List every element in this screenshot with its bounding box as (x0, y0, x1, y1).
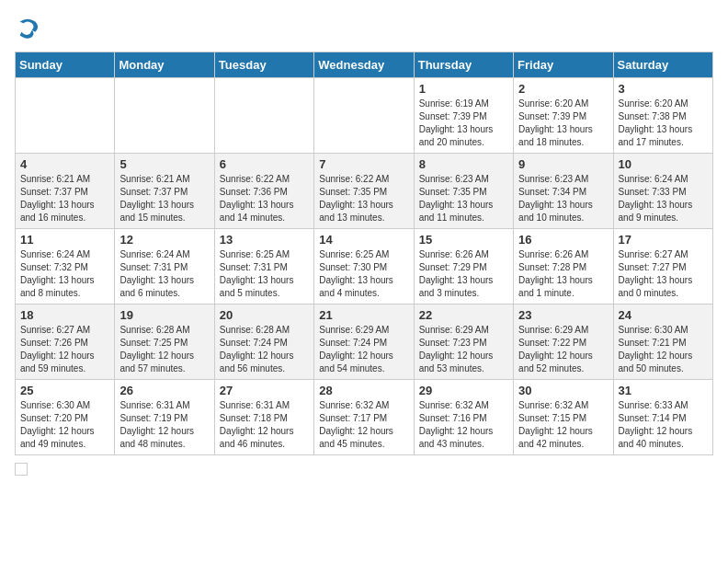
calendar-cell: 2Sunrise: 6:20 AM Sunset: 7:39 PM Daylig… (514, 78, 613, 154)
day-number: 26 (119, 384, 209, 397)
day-number: 31 (619, 384, 708, 397)
day-number: 10 (619, 157, 708, 171)
header-friday: Friday (514, 52, 613, 78)
calendar-cell: 3Sunrise: 6:20 AM Sunset: 7:38 PM Daylig… (613, 78, 712, 154)
day-info: Sunrise: 6:24 AM Sunset: 7:33 PM Dayligh… (619, 173, 708, 224)
day-info: Sunrise: 6:24 AM Sunset: 7:31 PM Dayligh… (119, 248, 209, 300)
day-number: 14 (319, 233, 408, 247)
calendar-cell: 6Sunrise: 6:22 AM Sunset: 7:36 PM Daylig… (214, 154, 313, 229)
header-thursday: Thursday (414, 52, 513, 78)
day-info: Sunrise: 6:19 AM Sunset: 7:39 PM Dayligh… (419, 98, 508, 149)
calendar-cell: 23Sunrise: 6:29 AM Sunset: 7:22 PM Dayli… (514, 304, 613, 380)
calendar-week-3: 18Sunrise: 6:27 AM Sunset: 7:26 PM Dayli… (16, 304, 713, 380)
day-number: 6 (220, 157, 309, 171)
calendar-cell: 19Sunrise: 6:28 AM Sunset: 7:25 PM Dayli… (115, 304, 214, 380)
calendar-cell: 4Sunrise: 6:21 AM Sunset: 7:37 PM Daylig… (16, 154, 115, 229)
day-number: 5 (119, 157, 209, 171)
calendar-cell: 20Sunrise: 6:28 AM Sunset: 7:24 PM Dayli… (214, 304, 313, 380)
day-number: 15 (419, 233, 508, 247)
day-info: Sunrise: 6:29 AM Sunset: 7:22 PM Dayligh… (518, 324, 608, 375)
calendar-cell: 11Sunrise: 6:24 AM Sunset: 7:32 PM Dayli… (16, 229, 115, 304)
day-number: 21 (319, 308, 408, 322)
calendar-cell (16, 78, 115, 154)
day-info: Sunrise: 6:25 AM Sunset: 7:31 PM Dayligh… (220, 248, 309, 300)
day-number: 17 (619, 233, 708, 247)
calendar-header-row: Sunday Monday Tuesday Wednesday Thursday… (16, 52, 713, 78)
header-tuesday: Tuesday (214, 52, 313, 78)
day-info: Sunrise: 6:28 AM Sunset: 7:25 PM Dayligh… (119, 324, 209, 375)
header-wednesday: Wednesday (314, 52, 414, 78)
day-number: 25 (20, 384, 109, 397)
day-info: Sunrise: 6:32 AM Sunset: 7:17 PM Dayligh… (319, 399, 408, 451)
calendar-table: Sunday Monday Tuesday Wednesday Thursday… (15, 52, 713, 455)
calendar-cell: 27Sunrise: 6:31 AM Sunset: 7:18 PM Dayli… (214, 380, 313, 455)
day-number: 1 (419, 82, 508, 96)
day-number: 30 (518, 384, 608, 397)
day-info: Sunrise: 6:24 AM Sunset: 7:32 PM Dayligh… (20, 248, 109, 300)
day-info: Sunrise: 6:23 AM Sunset: 7:34 PM Dayligh… (518, 173, 608, 224)
day-number: 19 (119, 308, 209, 322)
day-number: 24 (619, 308, 708, 322)
calendar-week-4: 25Sunrise: 6:30 AM Sunset: 7:20 PM Dayli… (16, 380, 713, 455)
day-info: Sunrise: 6:27 AM Sunset: 7:27 PM Dayligh… (619, 248, 708, 300)
calendar-cell: 26Sunrise: 6:31 AM Sunset: 7:19 PM Dayli… (115, 380, 214, 455)
day-info: Sunrise: 6:21 AM Sunset: 7:37 PM Dayligh… (20, 173, 109, 224)
calendar-cell: 18Sunrise: 6:27 AM Sunset: 7:26 PM Dayli… (16, 304, 115, 380)
calendar-cell: 13Sunrise: 6:25 AM Sunset: 7:31 PM Dayli… (214, 229, 313, 304)
footer-box (15, 463, 28, 476)
day-number: 9 (518, 157, 608, 171)
calendar-cell: 30Sunrise: 6:32 AM Sunset: 7:15 PM Dayli… (514, 380, 613, 455)
day-info: Sunrise: 6:23 AM Sunset: 7:35 PM Dayligh… (419, 173, 508, 224)
page-header (15, 15, 713, 40)
day-info: Sunrise: 6:30 AM Sunset: 7:20 PM Dayligh… (20, 399, 109, 451)
calendar-cell: 24Sunrise: 6:30 AM Sunset: 7:21 PM Dayli… (613, 304, 712, 380)
day-info: Sunrise: 6:29 AM Sunset: 7:23 PM Dayligh… (419, 324, 508, 375)
calendar-week-2: 11Sunrise: 6:24 AM Sunset: 7:32 PM Dayli… (16, 229, 713, 304)
calendar-cell: 16Sunrise: 6:26 AM Sunset: 7:28 PM Dayli… (514, 229, 613, 304)
logo (15, 15, 44, 40)
day-info: Sunrise: 6:20 AM Sunset: 7:38 PM Dayligh… (619, 98, 708, 149)
day-info: Sunrise: 6:31 AM Sunset: 7:18 PM Dayligh… (220, 399, 309, 451)
calendar-cell: 21Sunrise: 6:29 AM Sunset: 7:24 PM Dayli… (314, 304, 414, 380)
day-number: 2 (518, 82, 608, 96)
day-info: Sunrise: 6:30 AM Sunset: 7:21 PM Dayligh… (619, 324, 708, 375)
day-number: 12 (119, 233, 209, 247)
logo-icon (15, 15, 40, 40)
day-info: Sunrise: 6:22 AM Sunset: 7:35 PM Dayligh… (319, 173, 408, 224)
calendar-week-1: 4Sunrise: 6:21 AM Sunset: 7:37 PM Daylig… (16, 154, 713, 229)
day-number: 3 (619, 82, 708, 96)
day-number: 7 (319, 157, 408, 171)
calendar-cell: 25Sunrise: 6:30 AM Sunset: 7:20 PM Dayli… (16, 380, 115, 455)
calendar-cell: 1Sunrise: 6:19 AM Sunset: 7:39 PM Daylig… (414, 78, 513, 154)
footer (15, 463, 713, 476)
calendar-cell (314, 78, 414, 154)
calendar-cell: 22Sunrise: 6:29 AM Sunset: 7:23 PM Dayli… (414, 304, 513, 380)
day-info: Sunrise: 6:20 AM Sunset: 7:39 PM Dayligh… (518, 98, 608, 149)
day-number: 11 (20, 233, 109, 247)
day-info: Sunrise: 6:31 AM Sunset: 7:19 PM Dayligh… (119, 399, 209, 451)
header-saturday: Saturday (613, 52, 712, 78)
day-info: Sunrise: 6:32 AM Sunset: 7:15 PM Dayligh… (518, 399, 608, 451)
calendar-cell (214, 78, 313, 154)
day-info: Sunrise: 6:25 AM Sunset: 7:30 PM Dayligh… (319, 248, 408, 300)
header-monday: Monday (115, 52, 214, 78)
day-info: Sunrise: 6:26 AM Sunset: 7:28 PM Dayligh… (518, 248, 608, 300)
day-info: Sunrise: 6:22 AM Sunset: 7:36 PM Dayligh… (220, 173, 309, 224)
header-sunday: Sunday (16, 52, 115, 78)
day-number: 23 (518, 308, 608, 322)
day-number: 8 (419, 157, 508, 171)
calendar-cell (115, 78, 214, 154)
calendar-cell: 7Sunrise: 6:22 AM Sunset: 7:35 PM Daylig… (314, 154, 414, 229)
day-number: 16 (518, 233, 608, 247)
calendar-cell: 28Sunrise: 6:32 AM Sunset: 7:17 PM Dayli… (314, 380, 414, 455)
day-info: Sunrise: 6:26 AM Sunset: 7:29 PM Dayligh… (419, 248, 508, 300)
calendar-cell: 31Sunrise: 6:33 AM Sunset: 7:14 PM Dayli… (613, 380, 712, 455)
day-info: Sunrise: 6:28 AM Sunset: 7:24 PM Dayligh… (220, 324, 309, 375)
calendar-cell: 9Sunrise: 6:23 AM Sunset: 7:34 PM Daylig… (514, 154, 613, 229)
calendar-cell: 17Sunrise: 6:27 AM Sunset: 7:27 PM Dayli… (613, 229, 712, 304)
calendar-cell: 8Sunrise: 6:23 AM Sunset: 7:35 PM Daylig… (414, 154, 513, 229)
day-number: 29 (419, 384, 508, 397)
day-info: Sunrise: 6:29 AM Sunset: 7:24 PM Dayligh… (319, 324, 408, 375)
day-number: 27 (220, 384, 309, 397)
day-number: 18 (20, 308, 109, 322)
